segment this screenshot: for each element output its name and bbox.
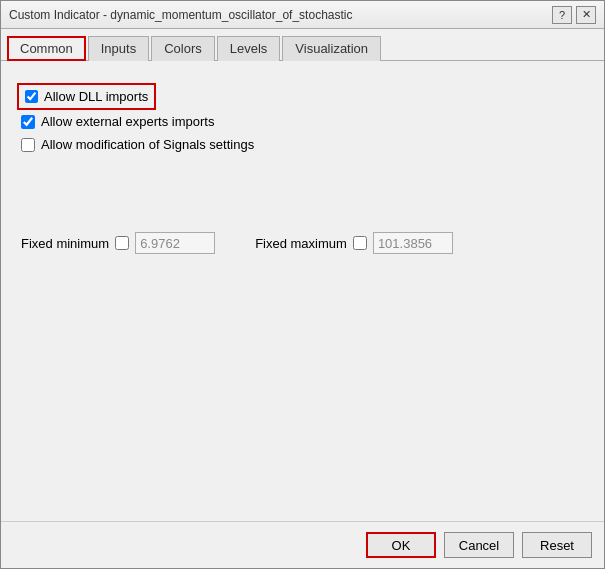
allow-signals-label: Allow modification of Signals settings [41,137,254,152]
reset-button[interactable]: Reset [522,532,592,558]
allow-dll-checkbox[interactable] [25,90,38,103]
fixed-maximum-label: Fixed maximum [255,236,347,251]
tab-levels[interactable]: Levels [217,36,281,61]
tab-inputs[interactable]: Inputs [88,36,149,61]
allow-dll-row[interactable]: Allow DLL imports [21,87,152,106]
allow-dll-label: Allow DLL imports [44,89,148,104]
footer: OK Cancel Reset [1,521,604,568]
dialog-window: Custom Indicator - dynamic_momentum_osci… [0,0,605,569]
tab-colors[interactable]: Colors [151,36,215,61]
fixed-maximum-input[interactable] [373,232,453,254]
allow-signals-checkbox[interactable] [21,138,35,152]
fields-section: Fixed minimum Fixed maximum [21,232,584,254]
allow-experts-checkbox[interactable] [21,115,35,129]
fixed-minimum-label: Fixed minimum [21,236,109,251]
ok-button[interactable]: OK [366,532,436,558]
fixed-maximum-group: Fixed maximum [255,232,453,254]
cancel-button[interactable]: Cancel [444,532,514,558]
title-buttons: ? ✕ [552,6,596,24]
tab-visualization[interactable]: Visualization [282,36,381,61]
allow-experts-label: Allow external experts imports [41,114,214,129]
close-button[interactable]: ✕ [576,6,596,24]
allow-signals-row[interactable]: Allow modification of Signals settings [21,137,584,152]
allow-experts-row[interactable]: Allow external experts imports [21,114,584,129]
tab-common[interactable]: Common [7,36,86,61]
content-area: Allow DLL imports Allow external experts… [1,61,604,521]
fixed-minimum-input[interactable] [135,232,215,254]
help-button[interactable]: ? [552,6,572,24]
fixed-maximum-checkbox[interactable] [353,236,367,250]
tab-bar: Common Inputs Colors Levels Visualizatio… [1,29,604,61]
fixed-minimum-group: Fixed minimum [21,232,215,254]
title-bar: Custom Indicator - dynamic_momentum_osci… [1,1,604,29]
fixed-minimum-checkbox[interactable] [115,236,129,250]
window-title: Custom Indicator - dynamic_momentum_osci… [9,8,552,22]
